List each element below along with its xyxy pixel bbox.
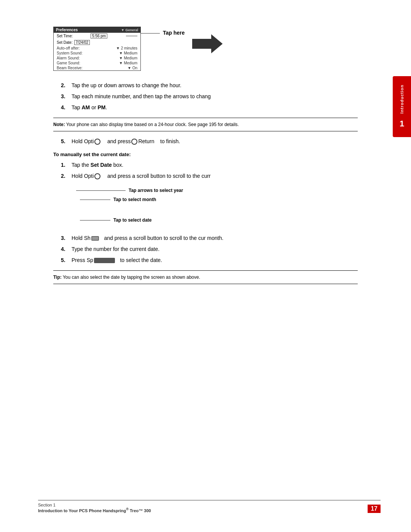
auto-off-row: Auto-off after: ▼ 2 minutes bbox=[54, 46, 140, 51]
alarm-sound-label: Alarm Sound: bbox=[57, 56, 80, 60]
shift-icon bbox=[91, 236, 99, 241]
set-date-value: 7/24/02 bbox=[74, 40, 90, 45]
step-2-num: 2. bbox=[61, 81, 72, 89]
auto-off-label: Auto-off after: bbox=[57, 46, 80, 50]
svg-marker-0 bbox=[192, 34, 223, 53]
auto-off-value: ▼ 2 minutes bbox=[116, 46, 137, 50]
beam-receive-label: Beam Receive: bbox=[57, 66, 83, 70]
date-step-2: 2. Hold Opti and press a scroll button t… bbox=[61, 172, 358, 180]
tip-box: Tip: You can also select the date by tap… bbox=[53, 270, 358, 284]
section-heading: To manually set the current date: bbox=[53, 152, 358, 157]
side-tab-number: 1 bbox=[400, 119, 404, 129]
cal-label-1: Tap arrows to select year bbox=[129, 188, 183, 193]
preferences-box: Preferences ▼ General Set Time: 5:56 pm … bbox=[53, 27, 141, 71]
date-step-1-num: 1. bbox=[61, 161, 72, 169]
step-5-num: 5. bbox=[61, 137, 72, 145]
post-step-3-text: Hold Sh and press a scroll button to scr… bbox=[72, 234, 223, 242]
cal-label-2: Tap to select month bbox=[113, 197, 156, 202]
cal-dash-2 bbox=[80, 200, 110, 200]
beam-receive-row: Beam Receive: ▼ On bbox=[54, 66, 140, 70]
system-sound-value: ▼ Medium bbox=[119, 51, 137, 55]
post-step-4-text: Type the number for the current date. bbox=[72, 245, 159, 253]
step-3-text: Tap each minute number, and then tap the… bbox=[72, 93, 211, 101]
footer-intro-text: Introduction to Your PCS Phone Handsprin… bbox=[38, 508, 126, 513]
tap-here-dash bbox=[141, 33, 160, 34]
system-sound-label: System Sound: bbox=[57, 51, 83, 55]
post-step-4-num: 4. bbox=[61, 245, 72, 253]
game-sound-value: ▼ Medium bbox=[119, 61, 137, 65]
alarm-sound-value: ▼ Medium bbox=[119, 56, 137, 60]
cal-row-3: Tap to select date bbox=[80, 217, 270, 223]
date-step-1: 1. Tap the Set Date box. bbox=[61, 161, 358, 169]
step-4-text: Tap AM or PM. bbox=[72, 104, 107, 112]
set-date-label: Set Date: bbox=[57, 40, 73, 45]
note-text: Your phone can also display time based o… bbox=[66, 122, 239, 127]
footer: Section 1 Introduction to Your PCS Phone… bbox=[38, 500, 381, 513]
beam-receive-value: ▼ On bbox=[127, 66, 137, 70]
step-3-num: 3. bbox=[61, 93, 72, 101]
set-time-row: Set Time: 5:56 pm bbox=[54, 33, 140, 39]
game-sound-label: Game Sound: bbox=[57, 61, 80, 65]
game-sound-row: Game Sound: ▼ Medium bbox=[54, 61, 140, 66]
note-label: Note: bbox=[53, 122, 65, 127]
post-calendar-steps: 3. Hold Sh and press a scroll button to … bbox=[61, 234, 358, 264]
set-time-value: 5:56 pm bbox=[91, 34, 107, 38]
option-icon bbox=[94, 139, 100, 145]
tip-label: Tip: bbox=[53, 275, 62, 280]
date-steps: 1. Tap the Set Date box. 2. Hold Opti an… bbox=[61, 161, 358, 180]
arrow-right bbox=[192, 34, 223, 53]
footer-treo: Treo™ 300 bbox=[129, 508, 151, 513]
post-step-5: 5. Press Sp to select the date. bbox=[61, 256, 358, 264]
step-4-num: 4. bbox=[61, 104, 72, 112]
post-step-4: 4. Type the number for the current date. bbox=[61, 245, 358, 253]
page-number: 17 bbox=[368, 505, 381, 513]
cal-row-1: Tap arrows to select year bbox=[76, 188, 266, 193]
date-step-1-text: Tap the Set Date box. bbox=[72, 161, 123, 169]
system-sound-row: System Sound: ▼ Medium bbox=[54, 51, 140, 56]
post-step-3: 3. Hold Sh and press a scroll button to … bbox=[61, 234, 358, 242]
page-container: Introduction 1 Preferences ▼ General Set… bbox=[0, 0, 411, 532]
footer-right: 17 bbox=[368, 505, 381, 513]
screenshot-section: Preferences ▼ General Set Time: 5:56 pm … bbox=[53, 27, 358, 71]
footer-intro: Introduction to Your PCS Phone Handsprin… bbox=[38, 507, 151, 513]
preferences-title: Preferences bbox=[56, 28, 78, 32]
footer-left: Section 1 Introduction to Your PCS Phone… bbox=[38, 503, 151, 513]
step-5-text: Hold Opti and pressReturn to finish. bbox=[72, 137, 180, 145]
side-tab: Introduction 1 bbox=[393, 76, 411, 137]
step-2-text: Tap the up or down arrows to change the … bbox=[72, 81, 182, 89]
tap-here-section: Tap here bbox=[141, 30, 185, 36]
space-icon bbox=[94, 258, 115, 263]
preferences-general: ▼ General bbox=[121, 28, 138, 32]
date-step-2-text: Hold Opti and press a scroll button to s… bbox=[72, 172, 211, 180]
side-tab-label: Introduction bbox=[400, 85, 404, 113]
footer-section: Section 1 bbox=[38, 503, 151, 507]
set-time-dash bbox=[126, 36, 137, 36]
main-content: Preferences ▼ General Set Time: 5:56 pm … bbox=[53, 27, 358, 284]
step-5: 5. Hold Opti and pressReturn to finish. bbox=[61, 137, 358, 145]
post-step-5-text: Press Sp to select the date. bbox=[72, 256, 162, 264]
date-step-2-num: 2. bbox=[61, 172, 72, 180]
note-box: Note: Your phone can also display time b… bbox=[53, 118, 358, 131]
option-icon-2 bbox=[94, 173, 100, 179]
alarm-sound-row: Alarm Sound: ▼ Medium bbox=[54, 56, 140, 61]
set-time-label: Set Time: bbox=[57, 34, 73, 38]
step-3: 3. Tap each minute number, and then tap … bbox=[61, 93, 358, 101]
post-step-3-num: 3. bbox=[61, 234, 72, 242]
cal-dash-3 bbox=[80, 220, 110, 220]
footer-reg: ® bbox=[126, 507, 129, 511]
cal-dash-1 bbox=[76, 190, 126, 191]
step-2: 2. Tap the up or down arrows to change t… bbox=[61, 81, 358, 89]
set-date-row: Set Date: 7/24/02 bbox=[54, 39, 140, 46]
preferences-header: Preferences ▼ General bbox=[54, 27, 140, 33]
post-step-5-num: 5. bbox=[61, 256, 72, 264]
tip-text: You can also select the date by tapping … bbox=[63, 275, 200, 280]
calendar-diagram: Tap arrows to select year Tap to select … bbox=[76, 188, 266, 223]
step-5-section: 5. Hold Opti and pressReturn to finish. bbox=[61, 137, 358, 145]
return-icon bbox=[131, 139, 137, 145]
cal-row-2: Tap to select month bbox=[80, 197, 270, 202]
step-4: 4. Tap AM or PM. bbox=[61, 104, 358, 112]
steps-before-note: 2. Tap the up or down arrows to change t… bbox=[61, 81, 358, 112]
tap-here-label: Tap here bbox=[163, 30, 185, 36]
cal-label-3: Tap to select date bbox=[113, 217, 151, 223]
